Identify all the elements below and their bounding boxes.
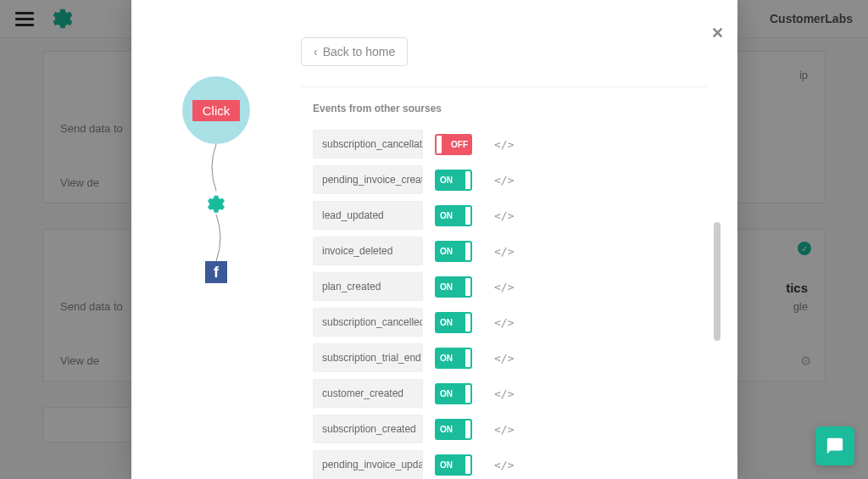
events-list: subscription_cancellation_reminderOFF</>… xyxy=(301,126,707,479)
scrollbar[interactable] xyxy=(714,222,721,341)
event-toggle[interactable]: OFF xyxy=(435,134,472,155)
code-icon[interactable]: </> xyxy=(494,209,514,222)
settings-modal: ✕ Click f ‹ Back to home Events from oth… xyxy=(131,0,737,479)
event-name: pending_invoice_created xyxy=(313,165,423,194)
event-name: customer_created xyxy=(313,379,423,408)
flow-diagram: Click f xyxy=(131,0,301,479)
code-icon[interactable]: </> xyxy=(494,316,514,329)
event-toggle[interactable]: ON xyxy=(435,241,472,262)
event-toggle[interactable]: ON xyxy=(435,205,472,226)
event-row: pending_invoice_createdON</> xyxy=(301,162,707,198)
back-button[interactable]: ‹ Back to home xyxy=(301,37,408,66)
event-name: lead_updated xyxy=(313,201,423,230)
event-name: pending_invoice_updated xyxy=(313,450,423,479)
event-name: subscription_created xyxy=(313,415,423,443)
event-name: subscription_cancelled xyxy=(313,308,423,337)
connector-line xyxy=(203,144,229,191)
chat-widget-button[interactable] xyxy=(815,426,854,465)
event-row: customer_createdON</> xyxy=(301,376,707,411)
events-panel: Events from other sourses subscription_c… xyxy=(301,86,721,479)
event-toggle[interactable]: ON xyxy=(435,170,472,191)
code-icon[interactable]: </> xyxy=(494,387,514,400)
event-name: subscription_cancellation_reminder xyxy=(313,130,423,159)
code-icon[interactable]: </> xyxy=(494,245,514,258)
event-name: invoice_deleted xyxy=(313,237,423,265)
code-icon[interactable]: </> xyxy=(494,423,514,436)
event-toggle[interactable]: ON xyxy=(435,419,472,440)
event-row: subscription_trial_endON</> xyxy=(301,340,707,376)
event-row: invoice_deletedON</> xyxy=(301,233,707,269)
events-header: Events from other sourses xyxy=(301,87,707,126)
event-toggle[interactable]: ON xyxy=(435,454,472,476)
event-row: lead_updatedON</> xyxy=(301,198,707,233)
event-name: plan_created xyxy=(313,272,423,301)
event-toggle[interactable]: ON xyxy=(435,383,472,404)
code-icon[interactable]: </> xyxy=(494,281,514,293)
click-badge: Click xyxy=(192,100,241,121)
event-name: subscription_trial_end xyxy=(313,343,423,372)
event-row: plan_createdON</> xyxy=(301,269,707,304)
code-icon[interactable]: </> xyxy=(494,138,514,151)
event-row: subscription_createdON</> xyxy=(301,411,707,447)
chevron-left-icon: ‹ xyxy=(314,45,318,58)
close-icon[interactable]: ✕ xyxy=(711,24,724,42)
event-toggle[interactable]: ON xyxy=(435,348,472,369)
facebook-node-icon: f xyxy=(205,261,227,283)
gear-node-icon xyxy=(204,191,228,214)
event-toggle[interactable]: ON xyxy=(435,276,472,298)
code-icon[interactable]: </> xyxy=(494,352,514,365)
event-row: subscription_cancellation_reminderOFF</> xyxy=(301,126,707,162)
event-toggle[interactable]: ON xyxy=(435,312,472,333)
code-icon[interactable]: </> xyxy=(494,459,514,471)
code-icon[interactable]: </> xyxy=(494,174,514,187)
event-row: subscription_cancelledON</> xyxy=(301,304,707,340)
click-node: Click xyxy=(182,76,250,144)
event-row: pending_invoice_updatedON</> xyxy=(301,447,707,479)
connector-line xyxy=(203,214,229,261)
